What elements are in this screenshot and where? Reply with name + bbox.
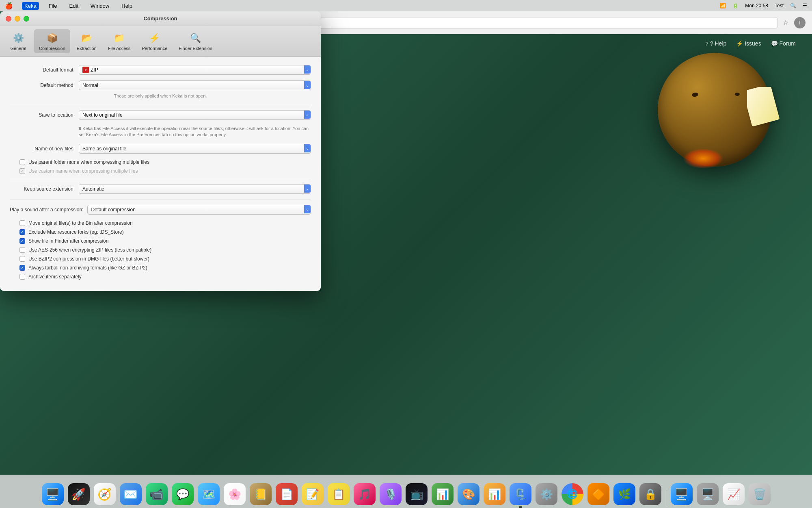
toolbar-extraction[interactable]: 📂 Extraction	[72, 29, 102, 53]
dock-silverlock[interactable]: 🔒	[638, 482, 663, 506]
dock-contacts[interactable]: 📒	[248, 482, 273, 506]
search-icon[interactable]: 🔍	[790, 3, 796, 9]
dock-tv[interactable]: 📺	[404, 482, 429, 506]
menubar-help[interactable]: Help	[119, 2, 135, 10]
menubar-edit[interactable]: Edit	[67, 2, 81, 10]
keep-source-arrow: ⌄	[304, 185, 311, 193]
toolbar-compression[interactable]: 📦 Compression	[34, 29, 70, 53]
menubar-file[interactable]: File	[46, 2, 60, 10]
keka-mascot	[650, 45, 780, 191]
bookmark-icon[interactable]: ☆	[783, 19, 788, 26]
general-icon: ⚙️	[12, 32, 25, 45]
prefs-title: Compression	[143, 15, 177, 22]
minimize-button[interactable]	[15, 16, 20, 22]
dock-stickies[interactable]: 📋	[326, 482, 351, 506]
show-in-finder-row: Show file in Finder after compression	[10, 238, 311, 244]
save-to-select[interactable]: Next to original file ⌄	[79, 110, 311, 120]
keep-source-row: Keep source extension: Automatic ⌄	[10, 184, 311, 194]
keep-source-select[interactable]: Automatic ⌄	[79, 184, 311, 194]
general-label: General	[10, 46, 26, 51]
dock-launchpad[interactable]: 🚀	[67, 482, 91, 506]
toolbar-general[interactable]: ⚙️ General	[4, 29, 32, 53]
dock-messages[interactable]: 💬	[171, 482, 195, 506]
play-sound-select[interactable]: Default compression ⌄	[87, 205, 311, 215]
use-custom-name-row: ✓ Use custom name when compressing multi…	[10, 168, 311, 174]
mascot-left-eye	[691, 92, 698, 98]
dock-podcasts[interactable]: 🎙️	[378, 482, 403, 506]
toolbar-performance[interactable]: ⚡ Performance	[137, 29, 172, 53]
dock-trash[interactable]: 🗑️	[747, 482, 772, 506]
dock-pdf[interactable]: 📄	[274, 482, 299, 506]
default-format-select[interactable]: Z ZIP ⌄	[79, 65, 311, 75]
dock-activity-monitor[interactable]: 📈	[721, 482, 746, 506]
default-method-select[interactable]: Normal ⌄	[79, 80, 311, 90]
dock-safari[interactable]: 🧭	[93, 482, 117, 506]
compression-icon: 📦	[45, 32, 58, 45]
file-access-note: If Keka has File Access it will execute …	[79, 126, 311, 138]
name-of-new-files-select[interactable]: Same as original file ⌄	[79, 144, 311, 154]
extraction-icon: 📂	[80, 32, 93, 45]
compression-label: Compression	[39, 46, 65, 51]
dock-music[interactable]: 🎵	[352, 482, 377, 506]
website-nav: ? ? Help ⚡ Issues 💬 Forum	[187, 34, 812, 53]
default-format-row: Default format: Z ZIP ⌄	[10, 65, 311, 75]
clock: Mon 20:58	[745, 3, 768, 9]
menubar: 🍎 Keka File Edit Window Help 📶 🔋 Mon 20:…	[0, 0, 812, 11]
dock-mail[interactable]: ✉️	[119, 482, 143, 506]
menubar-window[interactable]: Window	[88, 2, 112, 10]
close-button[interactable]	[6, 16, 11, 22]
play-sound-label: Play a sound after a compression:	[10, 207, 83, 213]
zip-icon: Z	[82, 67, 89, 73]
dock-facetime[interactable]: 📹	[145, 482, 169, 506]
show-in-finder-checkbox[interactable]	[19, 238, 25, 244]
forum-link[interactable]: 💬 Forum	[771, 40, 796, 47]
dock-keynote[interactable]: 🎨	[456, 482, 481, 506]
use-aes256-label: Use AES-256 when encrypting ZIP files (l…	[28, 247, 151, 253]
separator-2	[10, 179, 311, 179]
user-avatar[interactable]: T	[794, 17, 806, 28]
always-tarball-checkbox[interactable]	[19, 265, 25, 271]
dock-notes[interactable]: 📝	[300, 482, 325, 506]
archive-separately-checkbox[interactable]	[19, 274, 25, 280]
use-aes256-row: Use AES-256 when encrypting ZIP files (l…	[10, 247, 311, 253]
control-center-icon[interactable]: ☰	[803, 3, 807, 9]
use-bzip2-row: Use BZIP2 compression in DMG files (bett…	[10, 256, 311, 262]
battery-icon: 🔋	[732, 3, 739, 9]
always-tarball-label: Always tarball non-archiving formats (li…	[28, 265, 147, 271]
save-to-label: Save to location:	[10, 112, 75, 118]
dock-vlc[interactable]: 🔶	[586, 482, 611, 506]
help-link[interactable]: ? ? Help	[706, 40, 727, 47]
dock-chrome[interactable]: 🌐	[560, 482, 585, 506]
hint-text: Those are only applied when Keka is not …	[10, 93, 311, 98]
exclude-mac-resource-checkbox[interactable]	[19, 229, 25, 235]
use-parent-folder-row: Use parent folder name when compressing …	[10, 159, 311, 165]
move-to-bin-checkbox[interactable]	[19, 220, 25, 226]
performance-icon: ⚡	[148, 32, 161, 45]
dock-maps[interactable]: 🗺️	[197, 482, 221, 506]
dock-finder2[interactable]: 🖥️	[669, 482, 694, 506]
dock-numbers[interactable]: 📊	[430, 482, 455, 506]
default-method-label: Default method:	[10, 82, 75, 88]
issues-link[interactable]: ⚡ Issues	[736, 40, 761, 47]
help-icon: ?	[706, 41, 708, 47]
dock-system-prefs[interactable]: ⚙️	[534, 482, 559, 506]
dock-presentations[interactable]: 📊	[482, 482, 507, 506]
dock-sourcetree[interactable]: 🌿	[612, 482, 637, 506]
dock-finder[interactable]: 🖥️	[41, 482, 65, 506]
dock-keka[interactable]: 🗜️	[508, 482, 533, 506]
mascot-right-eye	[735, 93, 740, 96]
toolbar-file-access[interactable]: 📁 File Access	[103, 29, 136, 53]
apple-menu[interactable]: 🍎	[5, 2, 13, 10]
use-custom-name-checkbox[interactable]: ✓	[19, 168, 25, 174]
use-aes256-checkbox[interactable]	[19, 247, 25, 253]
maximize-button[interactable]	[24, 16, 29, 22]
use-bzip2-checkbox[interactable]	[19, 256, 25, 262]
dock-photos[interactable]: 🌸	[222, 482, 247, 506]
file-access-label: File Access	[108, 46, 131, 51]
use-parent-folder-checkbox[interactable]	[19, 159, 25, 165]
menubar-keka[interactable]: Keka	[22, 2, 39, 10]
play-sound-arrow: ⌄	[304, 205, 311, 213]
performance-label: Performance	[142, 46, 167, 51]
use-bzip2-label: Use BZIP2 compression in DMG files (bett…	[28, 256, 149, 262]
dock-desktop[interactable]: 🖥️	[695, 482, 720, 506]
